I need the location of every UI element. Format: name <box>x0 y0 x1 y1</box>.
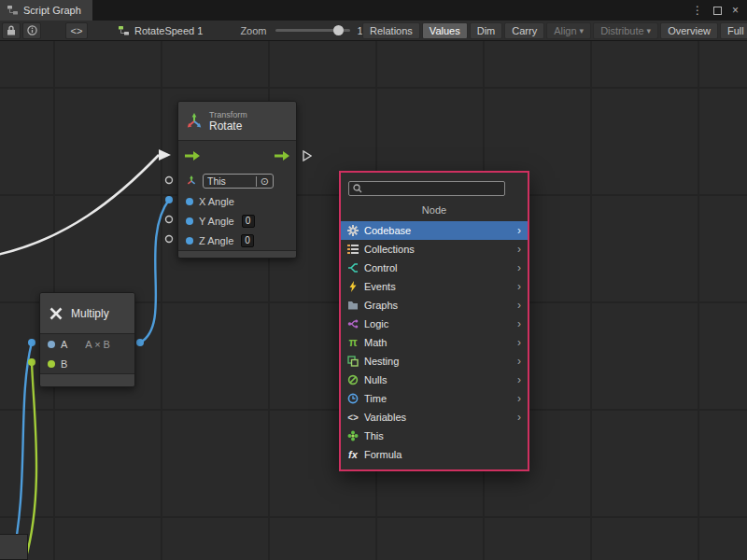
carry-button[interactable]: Carry <box>504 22 544 39</box>
wire-multiply-to-xangle[interactable] <box>140 200 169 343</box>
finder-item-this[interactable]: This <box>341 427 528 445</box>
finder-item-logic[interactable]: Logic › <box>341 315 528 333</box>
flow-port-row <box>178 141 296 171</box>
target-label: This <box>207 175 226 187</box>
info-button[interactable] <box>22 22 41 39</box>
node-header[interactable]: Multiply <box>40 293 134 334</box>
port-label: X Angle <box>199 196 234 207</box>
graph-asset-icon <box>118 24 130 36</box>
multiply-node[interactable]: Multiply A A × B B <box>39 292 135 387</box>
port-row-b[interactable]: B <box>40 354 134 373</box>
relations-button[interactable]: Relations <box>362 22 420 39</box>
node-footer <box>40 373 134 386</box>
node-title: Rotate <box>209 120 247 133</box>
wire-flow-in[interactable] <box>0 155 159 256</box>
graph-canvas[interactable]: Transform Rotate This ⊙ <box>0 41 747 560</box>
maximize-icon[interactable] <box>713 7 722 15</box>
finder-header: Node <box>341 204 528 216</box>
finder-item-time[interactable]: Time › <box>341 389 528 408</box>
finder-item-label: Variables <box>364 412 406 423</box>
port-hint: A × B <box>85 339 110 350</box>
chevron-right-icon: › <box>517 299 521 312</box>
port-row-y-angle[interactable]: Y Angle 0 <box>178 211 296 231</box>
list-icon <box>346 244 359 255</box>
wire-to-a-input[interactable] <box>11 343 32 560</box>
overview-button[interactable]: Overview <box>660 22 718 39</box>
object-picker-icon[interactable]: ⊙ <box>256 176 269 187</box>
chevron-right-icon: › <box>517 336 521 349</box>
transform-icon <box>186 113 203 130</box>
value-port-dot[interactable] <box>48 341 55 348</box>
flow-out-port-icon[interactable] <box>303 150 312 163</box>
port-label: A <box>61 339 67 350</box>
chevron-down-icon: ▾ <box>647 26 652 35</box>
finder-item-label: Codebase <box>364 225 411 236</box>
port-zangle-input[interactable] <box>166 236 173 243</box>
finder-list: Codebase › Collections › Control › <box>341 221 528 464</box>
tab-title: Script Graph <box>23 5 81 16</box>
finder-item-formula[interactable]: fx Formula <box>341 445 528 464</box>
search-input[interactable] <box>366 183 500 194</box>
pi-icon: π <box>346 337 359 348</box>
fullscreen-button[interactable]: Full Screen <box>720 22 747 39</box>
flow-in-arrow-icon[interactable] <box>185 151 200 162</box>
values-button[interactable]: Values <box>422 22 468 39</box>
graph-breadcrumb: RotateSpeed 1 <box>118 24 203 36</box>
finder-item-events[interactable]: Events › <box>341 277 528 296</box>
tab-script-graph[interactable]: Script Graph <box>0 0 92 21</box>
finder-item-collections[interactable]: Collections › <box>341 240 528 259</box>
value-port-dot[interactable] <box>186 198 193 205</box>
zoom-label: Zoom <box>240 25 266 36</box>
close-icon[interactable]: × <box>732 4 739 17</box>
target-object-field[interactable]: This ⊙ <box>203 174 274 189</box>
folder-icon <box>346 300 359 311</box>
finder-item-control[interactable]: Control › <box>341 259 528 277</box>
align-button[interactable]: Align▾ <box>546 22 591 39</box>
value-port-dot[interactable] <box>48 360 55 368</box>
wire-to-b-input[interactable] <box>24 362 36 560</box>
y-angle-value-field[interactable]: 0 <box>242 215 255 228</box>
finder-item-codebase[interactable]: Codebase › <box>341 221 528 240</box>
port-a-input[interactable] <box>28 339 35 346</box>
node-category: Transform <box>209 110 247 120</box>
port-yangle-input[interactable] <box>166 217 173 223</box>
lock-icon <box>7 25 16 35</box>
finder-item-nulls[interactable]: Nulls › <box>341 371 528 389</box>
window-menu-icon[interactable]: ⋮ <box>692 4 703 17</box>
lock-button[interactable] <box>2 22 21 39</box>
finder-item-variables[interactable]: <> Variables › <box>341 408 528 427</box>
zoom-slider[interactable] <box>275 29 350 32</box>
transform-rotate-node[interactable]: Transform Rotate This ⊙ <box>177 101 297 259</box>
chevron-right-icon: › <box>517 317 521 330</box>
finder-search-field[interactable] <box>348 181 505 196</box>
lightning-icon <box>346 281 359 292</box>
node-header[interactable]: Transform Rotate <box>178 102 296 141</box>
finder-item-graphs[interactable]: Graphs › <box>341 296 528 315</box>
z-angle-value-field[interactable]: 0 <box>241 234 254 247</box>
value-port-dot[interactable] <box>186 217 193 225</box>
code-view-button[interactable]: <> <box>65 22 88 39</box>
port-multiply-output[interactable] <box>136 339 144 346</box>
finder-item-nesting[interactable]: Nesting › <box>341 352 528 371</box>
code-icon: <> <box>71 25 83 36</box>
transform-mini-icon <box>186 175 197 187</box>
partial-node[interactable] <box>0 534 28 560</box>
flow-out-arrow-icon[interactable] <box>275 151 289 162</box>
port-row-z-angle[interactable]: Z Angle 0 <box>178 231 296 250</box>
value-port-dot[interactable] <box>186 237 193 245</box>
finder-item-label: Control <box>364 262 397 273</box>
finder-item-math[interactable]: π Math › <box>341 333 528 352</box>
port-row-a[interactable]: A A × B <box>40 334 134 354</box>
zoom-slider-handle[interactable] <box>333 25 344 35</box>
distribute-button[interactable]: Distribute▾ <box>593 22 658 39</box>
this-target-row: This ⊙ <box>178 171 296 191</box>
dim-button[interactable]: Dim <box>470 22 503 39</box>
chevron-right-icon: › <box>517 355 521 368</box>
finder-item-label: This <box>364 430 384 441</box>
port-this-input[interactable] <box>166 177 173 184</box>
port-row-x-angle[interactable]: X Angle <box>178 191 296 211</box>
port-b-input[interactable] <box>28 358 35 366</box>
gear-icon <box>346 225 359 236</box>
port-xangle-input[interactable] <box>165 196 173 203</box>
info-icon <box>27 25 37 35</box>
